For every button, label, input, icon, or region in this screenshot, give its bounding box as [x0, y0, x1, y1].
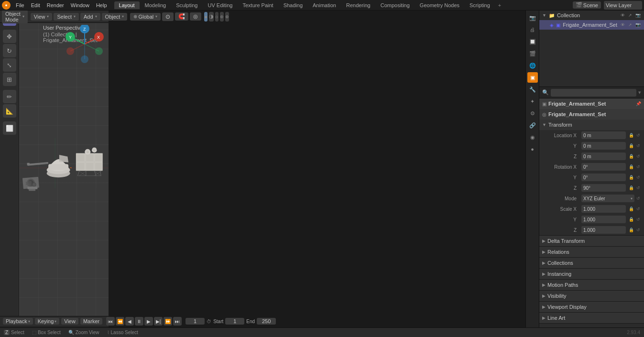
jump-start-btn[interactable]: ⏮: [106, 317, 115, 326]
collections-header[interactable]: ▶ Collections: [539, 258, 644, 268]
data-properties-btn[interactable]: ◉: [527, 132, 538, 142]
add-workspace-button[interactable]: +: [495, 1, 504, 9]
stop-btn[interactable]: ⏸: [135, 317, 143, 326]
object-menu-btn[interactable]: Object: [102, 13, 128, 21]
playback-menu[interactable]: Playback ▾: [3, 318, 33, 325]
proportional-edit-btn[interactable]: ◎: [190, 12, 201, 21]
scale-z-lock[interactable]: 🔒: [628, 227, 634, 233]
start-frame-input[interactable]: [225, 318, 244, 325]
constraints-properties-btn[interactable]: 🔗: [527, 120, 538, 130]
expand-icon[interactable]: ▼: [542, 13, 546, 18]
rot-y-arr[interactable]: ↺: [636, 175, 640, 180]
scene-selector[interactable]: 🎬 Scene: [573, 1, 601, 9]
transform-orientation-btn[interactable]: ⊕ Global: [130, 13, 161, 21]
loc-x-arr[interactable]: ↺: [636, 133, 640, 138]
workspace-geometry-nodes[interactable]: Geometry Nodes: [415, 1, 464, 9]
render-properties-btn[interactable]: 📷: [527, 12, 538, 23]
workspace-sculpting[interactable]: Sculpting: [171, 1, 202, 9]
pivot-point-btn[interactable]: ⊙: [162, 12, 174, 21]
menu-file[interactable]: File: [12, 1, 28, 9]
viewport-display-header[interactable]: ▶ Viewport Display: [539, 302, 644, 312]
snap-btn[interactable]: 🧲: [175, 12, 188, 21]
restrict-view-btn[interactable]: 👁: [619, 12, 626, 19]
keying-menu[interactable]: Keying ▾: [35, 318, 60, 325]
location-z-value[interactable]: 0 m: [581, 152, 626, 160]
viewport-shading-rendered[interactable]: ○: [215, 12, 218, 22]
outliner-object-row[interactable]: ◈ ▣ Frigate_Armament_Set 👁 ↗ 📷: [539, 20, 644, 30]
pin-icon[interactable]: 📌: [636, 101, 641, 106]
menu-edit[interactable]: Edit: [28, 1, 44, 9]
visibility-header[interactable]: ▶ Visibility: [539, 291, 644, 301]
next-keyframe-btn[interactable]: ⏩: [164, 317, 172, 326]
rot-z-arr[interactable]: ↺: [636, 185, 640, 190]
instancing-header[interactable]: ▶ Instancing: [539, 269, 644, 279]
motion-paths-header[interactable]: ▶ Motion Paths: [539, 280, 644, 290]
workspace-uv-editing[interactable]: UV Editing: [203, 1, 237, 9]
obj-restrict-view-btn[interactable]: 👁: [619, 22, 626, 28]
object-properties-btn[interactable]: ▣: [527, 72, 538, 83]
timeline-view-menu[interactable]: View: [61, 318, 78, 325]
rot-x-lock[interactable]: 🔒: [628, 163, 634, 170]
nav-gizmo[interactable]: X Y Z: [65, 25, 104, 63]
loc-y-arr[interactable]: ↺: [636, 143, 640, 148]
menu-render[interactable]: Render: [44, 1, 67, 9]
tool-annotate[interactable]: ✏: [3, 90, 16, 103]
scene-properties-btn[interactable]: 🎬: [527, 48, 538, 59]
loc-z-arr[interactable]: ↺: [636, 154, 640, 159]
step-fwd-btn[interactable]: ▶|: [154, 317, 163, 326]
rot-x-arr[interactable]: ↺: [636, 164, 640, 169]
outliner-collection-row[interactable]: ▼ 📁 Collection 👁 ↗ 📷: [539, 11, 644, 20]
loc-y-lock[interactable]: 🔒: [628, 142, 634, 149]
tool-scale[interactable]: ⤡: [3, 58, 16, 72]
end-frame-input[interactable]: [257, 318, 276, 325]
delta-transform-header[interactable]: ▶ Delta Transform: [539, 236, 644, 246]
scale-z-arr[interactable]: ↺: [636, 228, 640, 232]
tool-measure[interactable]: 📐: [3, 104, 16, 118]
workspace-compositing[interactable]: Compositing: [376, 1, 415, 9]
location-x-value[interactable]: 0 m: [581, 131, 626, 139]
jump-end-btn[interactable]: ⏭: [173, 317, 182, 326]
menu-help[interactable]: Help: [93, 1, 110, 9]
obj-restrict-select-btn[interactable]: ↗: [627, 22, 633, 28]
loc-x-lock[interactable]: 🔒: [628, 132, 634, 139]
modifier-properties-btn[interactable]: 🔧: [527, 84, 538, 95]
workspace-scripting[interactable]: Scripting: [465, 1, 495, 9]
scale-y-lock[interactable]: 🔒: [628, 216, 634, 223]
rot-y-lock[interactable]: 🔒: [628, 174, 634, 181]
workspace-layout[interactable]: Layout: [114, 1, 140, 9]
tool-add-cube[interactable]: ⬜: [3, 121, 16, 135]
obj-restrict-render-btn[interactable]: 📷: [634, 22, 641, 28]
marker-menu[interactable]: Marker: [80, 318, 102, 325]
current-frame-input[interactable]: [186, 318, 205, 325]
properties-search-input[interactable]: [551, 89, 636, 97]
mode-arr[interactable]: ↺: [636, 196, 640, 201]
workspace-modeling[interactable]: Modeling: [140, 1, 171, 9]
prev-keyframe-btn[interactable]: ⏪: [116, 317, 124, 326]
particles-properties-btn[interactable]: ✦: [527, 96, 538, 107]
scale-y-value[interactable]: 1.000: [581, 216, 626, 223]
menu-window[interactable]: Window: [67, 1, 93, 9]
viewport-shading-solid[interactable]: ●: [204, 12, 207, 22]
restrict-select-btn[interactable]: ↗: [627, 12, 633, 19]
select-menu-btn[interactable]: Select: [54, 13, 79, 21]
tool-transform[interactable]: ⊞: [3, 73, 16, 86]
workspace-shading[interactable]: Shading: [279, 1, 307, 9]
object-mode-btn[interactable]: Object Mode: [2, 10, 28, 23]
material-properties-btn[interactable]: ●: [527, 144, 538, 154]
workspace-rendering[interactable]: Rendering: [341, 1, 375, 9]
viewport-shading-material[interactable]: ◑: [209, 12, 214, 22]
transform-header[interactable]: ▼ Transform: [539, 120, 644, 130]
scale-x-lock[interactable]: 🔒: [628, 206, 634, 212]
physics-properties-btn[interactable]: ⚙: [527, 108, 538, 119]
workspace-texture-paint[interactable]: Texture Paint: [238, 1, 278, 9]
rotation-x-value[interactable]: 0°: [581, 163, 626, 171]
tool-move[interactable]: ✥: [3, 30, 16, 43]
view-layer-properties-btn[interactable]: 🔲: [527, 36, 538, 47]
viewport-3d[interactable]: User Perspective (1) Collection | Frigat…: [19, 11, 109, 316]
scale-x-value[interactable]: 1.000: [581, 205, 626, 213]
search-filter-icon[interactable]: ▾: [638, 89, 641, 96]
line-art-header[interactable]: ▶ Line Art: [539, 313, 644, 323]
rotation-y-value[interactable]: 0°: [581, 174, 626, 181]
relations-header[interactable]: ▶ Relations: [539, 247, 644, 257]
rotation-mode-dropdown[interactable]: XYZ Euler ▾: [581, 195, 634, 202]
